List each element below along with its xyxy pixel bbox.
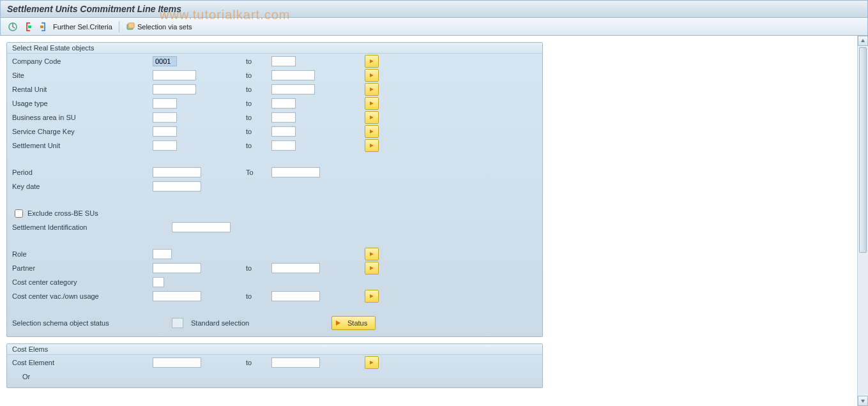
- group-cost-elems: Cost Elems Cost Element to Or: [6, 343, 543, 388]
- arrow-right-icon: [335, 319, 342, 327]
- period-to-input[interactable]: [271, 167, 320, 177]
- cc-vac-label: Cost center vac./own usage: [12, 292, 153, 300]
- site-multiple-button[interactable]: [365, 69, 379, 82]
- to-label: to: [242, 128, 271, 135]
- site-label: Site: [12, 71, 153, 79]
- cc-vac-from-input[interactable]: [153, 291, 201, 301]
- scroll-down-button[interactable]: [858, 396, 868, 406]
- service-charge-multiple-button[interactable]: [365, 125, 379, 138]
- service-charge-from-input[interactable]: [153, 126, 177, 137]
- site-from-input[interactable]: [153, 70, 196, 80]
- service-charge-label: Service Charge Key: [12, 128, 153, 135]
- key-date-label: Key date: [12, 183, 153, 190]
- business-area-from-input[interactable]: [153, 112, 177, 123]
- to-label: to: [242, 114, 271, 121]
- cc-category-input[interactable]: [153, 277, 164, 287]
- to-label: To: [242, 169, 271, 176]
- header-bar: Settlement Units Commitment Line Items: [0, 0, 868, 18]
- role-label: Role: [12, 250, 153, 258]
- usage-type-to-input[interactable]: [271, 98, 296, 109]
- exclude-cross-be-label: Exclude cross-BE SUs: [27, 209, 98, 217]
- service-charge-to-input[interactable]: [271, 126, 296, 137]
- status-button[interactable]: Status: [331, 316, 376, 330]
- period-from-input[interactable]: [153, 167, 201, 177]
- standard-selection-label: Standard selection: [187, 319, 331, 327]
- to-label: to: [242, 57, 271, 65]
- sel-schema-label: Selection schema object status: [12, 319, 172, 327]
- to-label: to: [242, 264, 271, 272]
- svg-rect-2: [40, 26, 43, 28]
- to-label: to: [242, 86, 271, 93]
- usage-type-label: Usage type: [12, 100, 153, 107]
- role-from-input[interactable]: [153, 249, 172, 259]
- settlement-unit-multiple-button[interactable]: [365, 139, 379, 152]
- company-code-label: Company Code: [12, 57, 153, 65]
- group-real-estate-objects: Select Real Estate objects Company Code …: [6, 42, 543, 337]
- bracket-right-icon[interactable]: [38, 21, 49, 33]
- period-label: Period: [12, 169, 153, 176]
- cc-vac-to-input[interactable]: [271, 291, 320, 301]
- cost-element-label: Cost Element: [12, 359, 153, 366]
- cost-element-to-input[interactable]: [271, 357, 320, 368]
- to-label: to: [242, 71, 271, 79]
- to-label: to: [242, 292, 271, 300]
- group-title: Select Real Estate objects: [7, 43, 542, 54]
- cc-vac-multiple-button[interactable]: [365, 290, 379, 303]
- rental-unit-from-input[interactable]: [153, 84, 196, 94]
- settlement-unit-from-input[interactable]: [153, 140, 177, 151]
- partner-to-input[interactable]: [271, 263, 320, 273]
- rental-unit-multiple-button[interactable]: [365, 83, 379, 96]
- vertical-scrollbar[interactable]: [857, 36, 868, 406]
- role-multiple-button[interactable]: [365, 248, 379, 260]
- svg-rect-1: [28, 26, 31, 28]
- settlement-id-label: Settlement Identification: [12, 223, 172, 231]
- company-code-from-input[interactable]: [153, 56, 177, 66]
- rental-unit-to-input[interactable]: [271, 84, 315, 94]
- scroll-up-button[interactable]: [858, 36, 868, 46]
- partner-label: Partner: [12, 264, 153, 272]
- toolbar: Further Sel.Criteria Selection via sets …: [0, 18, 868, 36]
- group-title: Cost Elems: [7, 344, 542, 355]
- settlement-unit-label: Settlement Unit: [12, 142, 153, 149]
- svg-rect-4: [128, 23, 134, 28]
- exclude-cross-be-checkbox[interactable]: [15, 209, 23, 218]
- status-button-label: Status: [347, 319, 367, 327]
- to-label: to: [242, 359, 271, 366]
- cc-category-label: Cost center category: [12, 278, 153, 286]
- key-date-input[interactable]: [153, 181, 201, 192]
- sel-schema-input: [172, 318, 183, 328]
- business-area-to-input[interactable]: [271, 112, 296, 123]
- site-to-input[interactable]: [271, 70, 315, 80]
- rental-unit-label: Rental Unit: [12, 86, 153, 93]
- further-sel-criteria-button[interactable]: Further Sel.Criteria: [53, 23, 112, 31]
- cost-element-from-input[interactable]: [153, 357, 201, 368]
- bracket-left-icon[interactable]: [22, 21, 34, 33]
- to-label: to: [242, 142, 271, 149]
- page-title: Settlement Units Commitment Line Items: [7, 4, 181, 14]
- or-label: Or: [12, 373, 163, 380]
- toolbar-separator: [119, 21, 119, 33]
- execute-icon[interactable]: [7, 21, 19, 33]
- business-area-multiple-button[interactable]: [365, 111, 379, 124]
- to-label: to: [242, 100, 271, 107]
- partner-multiple-button[interactable]: [365, 262, 379, 274]
- partner-from-input[interactable]: [153, 263, 201, 273]
- settlement-id-input[interactable]: [172, 222, 231, 232]
- sets-icon: [126, 22, 135, 31]
- business-area-label: Business area in SU: [12, 114, 153, 121]
- usage-type-multiple-button[interactable]: [365, 97, 379, 110]
- settlement-unit-to-input[interactable]: [271, 140, 296, 151]
- usage-type-from-input[interactable]: [153, 98, 177, 109]
- scroll-thumb[interactable]: [859, 47, 867, 253]
- company-code-multiple-button[interactable]: [365, 55, 379, 68]
- selection-via-sets-button[interactable]: Selection via sets: [126, 22, 192, 31]
- company-code-to-input[interactable]: [271, 56, 296, 66]
- selection-via-sets-label: Selection via sets: [137, 23, 192, 31]
- cost-element-multiple-button[interactable]: [365, 356, 379, 369]
- further-sel-criteria-label: Further Sel.Criteria: [53, 23, 112, 31]
- content-area: Select Real Estate objects Company Code …: [0, 36, 868, 406]
